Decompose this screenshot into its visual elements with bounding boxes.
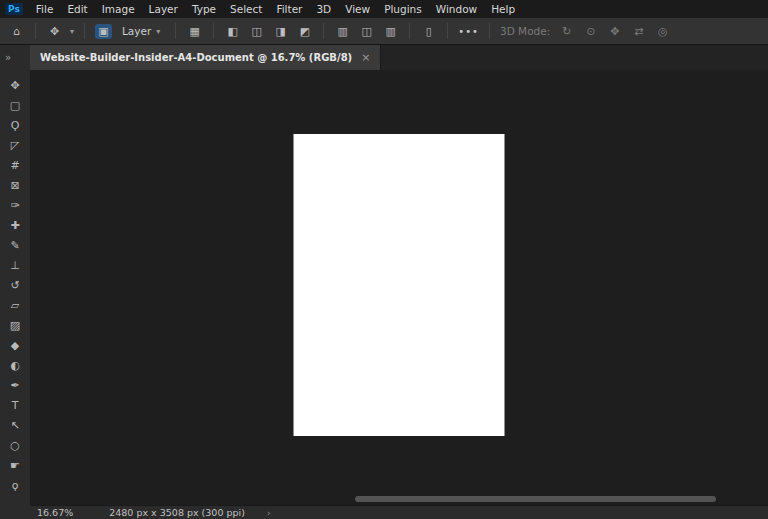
menu-file[interactable]: File (29, 3, 61, 15)
frame-tool[interactable]: ⊠ (0, 175, 30, 195)
path-selection-tool[interactable]: ↖ (0, 415, 30, 435)
3d-mode-label: 3D Mode: (500, 25, 550, 37)
hand-tool[interactable]: ☛ (0, 455, 30, 475)
align-left-edges-icon[interactable]: ◧ (224, 25, 241, 38)
3d-slide-icon[interactable]: ⇄ (630, 25, 647, 38)
align-right-edges-icon[interactable]: ◨ (272, 25, 289, 38)
zoom-level-field[interactable]: 16.67% (37, 507, 73, 518)
3d-roll-icon[interactable]: ⊙ (582, 25, 599, 38)
menu-window[interactable]: Window (429, 3, 484, 15)
document-tab[interactable]: Website-Builder-Insider-A4-Document @ 16… (30, 45, 381, 70)
canvas-area[interactable] (30, 70, 768, 505)
tab-close-icon[interactable]: × (361, 51, 370, 64)
distribute-left-edges-icon[interactable]: ▥ (334, 25, 351, 38)
divider (489, 23, 490, 39)
options-bar: ⌂ ✥ ▾ ▣ Layer ▾ ▦ ◧◫◨◩ ▥◫▥ ▯ ••• 3D Mode… (0, 18, 768, 45)
gradient-tool[interactable]: ▨ (0, 315, 30, 335)
type-tool[interactable]: T (0, 395, 30, 415)
horizontal-scrollbar-thumb[interactable] (355, 496, 717, 502)
chevron-down-icon: ▾ (156, 27, 160, 36)
move-tool-icon[interactable]: ✥ (46, 25, 63, 38)
status-menu-chevron-icon[interactable]: › (267, 508, 271, 518)
distribute-group: ▥◫▥ (334, 25, 399, 38)
document-dimensions: 2480 px x 3508 px (300 ppi) (109, 507, 245, 518)
divider (323, 23, 324, 39)
object-selection-tool[interactable]: ◸ (0, 135, 30, 155)
divider (213, 23, 214, 39)
brush-tool[interactable]: ✎ (0, 235, 30, 255)
toolbar-collapse-button[interactable]: » (0, 45, 30, 70)
3d-orbit-icon[interactable]: ↻ (558, 25, 575, 38)
3d-pan-icon[interactable]: ✥ (606, 25, 623, 38)
divider (447, 23, 448, 39)
main-area: ✥▢Ϙ◸#⊠✑✚✎⊥↺▱▨◆◐✒T↖○☛ϙ 16.67% 2480 px x 3… (0, 70, 768, 519)
dodge-tool[interactable]: ◐ (0, 355, 30, 375)
align-horizontal-centers-icon[interactable]: ◫ (248, 25, 265, 38)
menu-filter[interactable]: Filter (269, 3, 309, 15)
menu-edit[interactable]: Edit (60, 3, 94, 15)
pen-tool[interactable]: ✒ (0, 375, 30, 395)
divider (84, 23, 85, 39)
more-options-icon[interactable]: ••• (458, 26, 479, 37)
3d-mode-group: ↻⊙✥⇄◎ (558, 25, 671, 38)
distribute-horizontal-centers-icon[interactable]: ◫ (358, 25, 375, 38)
document-tab-title: Website-Builder-Insider-A4-Document @ 16… (40, 52, 352, 63)
layer-select-label: Layer (122, 25, 151, 37)
clone-stamp-tool[interactable]: ⊥ (0, 255, 30, 275)
status-bar: 16.67% 2480 px x 3508 px (300 ppi) › (30, 505, 768, 519)
menubar: Ps FileEditImageLayerTypeSelectFilter3DV… (0, 0, 768, 18)
divider (175, 23, 176, 39)
photoshop-logo-icon[interactable]: Ps (5, 3, 23, 16)
move-tool-options[interactable]: ✥ ▾ (46, 25, 74, 38)
distribute-spacing-icon[interactable]: ▯ (420, 25, 437, 38)
divider (35, 23, 36, 39)
tab-bar: » Website-Builder-Insider-A4-Document @ … (0, 45, 768, 70)
auto-select-target-dropdown[interactable]: Layer ▾ (117, 23, 165, 39)
menu-view[interactable]: View (338, 3, 377, 15)
ellipse-shape-tool[interactable]: ○ (0, 435, 30, 455)
menu-select[interactable]: Select (223, 3, 269, 15)
menu-layer[interactable]: Layer (142, 3, 185, 15)
document-canvas[interactable] (294, 134, 505, 436)
eyedropper-tool[interactable]: ✑ (0, 195, 30, 215)
tools-panel: ✥▢Ϙ◸#⊠✑✚✎⊥↺▱▨◆◐✒T↖○☛ϙ (0, 70, 30, 519)
spot-healing-brush-tool[interactable]: ✚ (0, 215, 30, 235)
divider (409, 23, 410, 39)
canvas-column: 16.67% 2480 px x 3508 px (300 ppi) › (30, 70, 768, 519)
transform-controls-icon[interactable]: ▦ (186, 25, 203, 38)
distribute-right-edges-icon[interactable]: ▥ (382, 25, 399, 38)
crop-tool[interactable]: # (0, 155, 30, 175)
home-icon[interactable]: ⌂ (8, 25, 25, 38)
eraser-tool[interactable]: ▱ (0, 295, 30, 315)
align-top-edges-icon[interactable]: ◩ (296, 25, 313, 38)
double-chevron-icon: » (5, 52, 11, 63)
menu-image[interactable]: Image (95, 3, 142, 15)
rectangular-marquee-tool[interactable]: ▢ (0, 95, 30, 115)
auto-select-toggle-icon[interactable]: ▣ (95, 24, 112, 39)
3d-camera-icon[interactable]: ◎ (654, 25, 671, 38)
align-group: ◧◫◨◩ (224, 25, 313, 38)
menu-3d[interactable]: 3D (309, 3, 338, 15)
lasso-tool[interactable]: Ϙ (0, 115, 30, 135)
zoom-tool[interactable]: ϙ (0, 475, 30, 495)
blur-tool[interactable]: ◆ (0, 335, 30, 355)
photoshop-window: Ps FileEditImageLayerTypeSelectFilter3DV… (0, 0, 768, 519)
history-brush-tool[interactable]: ↺ (0, 275, 30, 295)
menu-type[interactable]: Type (185, 3, 223, 15)
menu-help[interactable]: Help (484, 3, 522, 15)
menu-items: FileEditImageLayerTypeSelectFilter3DView… (29, 3, 522, 15)
menu-plugins[interactable]: Plugins (377, 3, 429, 15)
chevron-down-icon[interactable]: ▾ (70, 27, 74, 36)
move-tool[interactable]: ✥ (0, 75, 30, 95)
